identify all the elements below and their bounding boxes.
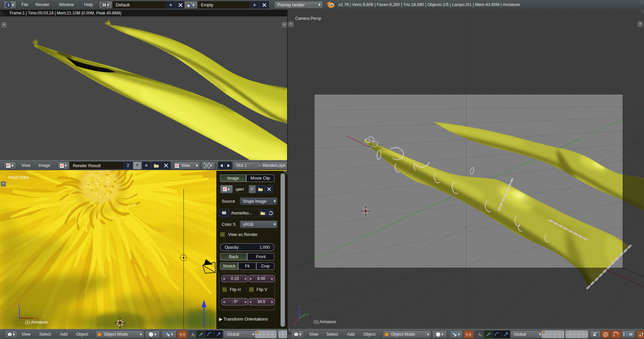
svg-text:z: z bbox=[299, 305, 300, 309]
svg-text:x: x bbox=[294, 322, 296, 325]
svg-text:y: y bbox=[307, 312, 308, 316]
svg-text:z: z bbox=[17, 302, 19, 307]
